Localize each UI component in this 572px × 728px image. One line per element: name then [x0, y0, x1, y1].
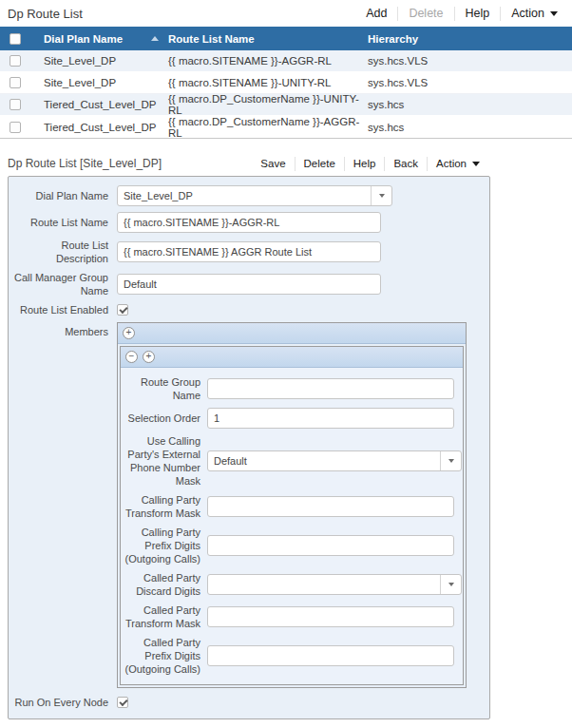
field-label: Route List Enabled	[9, 303, 108, 316]
form-row: Call Manager Group Name	[9, 271, 489, 297]
cell-route-list: {{ macro.SITENAME }}-UNITY-RL	[168, 77, 368, 88]
select-dropdown-button[interactable]	[440, 575, 461, 594]
route-list-enabled-checkbox[interactable]	[117, 304, 128, 316]
field-label: Selection Order	[121, 412, 200, 425]
run-on-every-node-checkbox[interactable]	[117, 697, 128, 708]
form-row: Use Calling Party's External Phone Numbe…	[121, 434, 463, 488]
column-header-route-list-name[interactable]: Route List Name	[168, 33, 368, 45]
detail-toolbar: Dp Route List [Site_Level_DP] Save Delet…	[0, 151, 490, 176]
select-all-checkbox[interactable]	[10, 33, 21, 45]
field-label: Route List Name	[9, 216, 108, 229]
cell-dial-plan: Tiered_Cust_Level_DP	[44, 99, 156, 110]
dial-plan-name-select[interactable]: Site_Level_DP	[117, 185, 392, 206]
select-dropdown-button[interactable]	[371, 186, 391, 205]
action-menu-button[interactable]: Action	[501, 7, 568, 20]
field-label: Use Calling Party's External Phone Numbe…	[121, 434, 200, 488]
caret-down-icon	[448, 583, 454, 586]
select-value	[208, 575, 440, 594]
column-header-hierarchy[interactable]: Hierarchy	[368, 33, 572, 45]
field-label: Members	[9, 325, 108, 338]
route-list-section: Dp Route List Add Delete Help Action Dia…	[0, 0, 572, 139]
form-row-members: Members Route Group Name	[9, 322, 489, 688]
select-value: Default	[208, 451, 440, 470]
field-label: Route Group Name	[121, 375, 200, 402]
cell-dial-plan: Tiered_Cust_Level_DP	[44, 122, 156, 133]
back-button[interactable]: Back	[385, 158, 427, 169]
calling-party-prefix-digits-input[interactable]	[207, 535, 454, 556]
add-button[interactable]: Add	[355, 7, 397, 20]
save-button[interactable]: Save	[252, 158, 294, 169]
delete-button[interactable]: Delete	[296, 158, 344, 169]
form-row: Selection Order	[121, 408, 463, 429]
route-list-name-input[interactable]	[117, 212, 381, 233]
field-label: Calling Party Prefix Digits (Outgoing Ca…	[121, 526, 200, 565]
help-button[interactable]: Help	[345, 158, 385, 169]
table-row[interactable]: Tiered_Cust_Level_DP {{ macro.DP_Custome…	[0, 116, 572, 138]
action-menu-label: Action	[436, 158, 467, 169]
cell-hierarchy: sys.hcs	[368, 122, 572, 133]
action-menu-button[interactable]: Action	[428, 158, 488, 169]
cell-route-list: {{ macro.SITENAME }}-AGGR-RL	[168, 55, 368, 67]
route-group-name-input[interactable]	[207, 378, 454, 399]
cell-dial-plan: Site_Level_DP	[44, 55, 116, 67]
column-header-dial-plan-name[interactable]: Dial Plan Name	[44, 33, 168, 45]
members-panel: Route Group Name Selection Order Use Cal…	[117, 322, 467, 688]
cell-route-list: {{ macro.DP_CustomerName }}-AGGR-RL	[168, 116, 368, 139]
table-row[interactable]: Site_Level_DP {{ macro.SITENAME }}-UNITY…	[0, 72, 572, 94]
row-checkbox[interactable]	[10, 122, 21, 133]
caret-down-icon	[550, 11, 558, 16]
called-party-discard-digits-select[interactable]	[207, 574, 462, 595]
form-row: Run On Every Node	[9, 696, 489, 709]
form-row: Route List Name	[9, 212, 489, 233]
field-label: Called Party Transform Mask	[121, 603, 200, 630]
sort-ascending-icon[interactable]	[151, 36, 159, 41]
add-member-button[interactable]	[143, 351, 155, 363]
calling-party-transform-mask-input[interactable]	[207, 496, 454, 517]
select-dropdown-button[interactable]	[440, 451, 461, 470]
caret-down-icon	[472, 162, 480, 166]
add-member-button[interactable]	[123, 327, 135, 339]
route-list-detail-section: Dp Route List [Site_Level_DP] Save Delet…	[0, 151, 572, 719]
cell-dial-plan: Site_Level_DP	[44, 77, 116, 88]
cell-hierarchy: sys.hcs	[368, 99, 572, 110]
row-checkbox[interactable]	[10, 99, 21, 110]
caret-down-icon	[448, 459, 454, 463]
call-manager-group-name-input[interactable]	[117, 274, 381, 295]
row-checkbox[interactable]	[10, 55, 21, 67]
form-row: Route List Enabled	[9, 303, 489, 316]
table-row[interactable]: Tiered_Cust_Level_DP {{ macro.DP_Custome…	[0, 94, 572, 116]
select-value: Site_Level_DP	[118, 186, 371, 205]
called-party-prefix-digits-input[interactable]	[207, 645, 454, 666]
form-row: Calling Party Transform Mask	[121, 493, 463, 520]
route-list-description-input[interactable]	[117, 241, 381, 262]
field-label: Called Party Prefix Digits (Outgoing Cal…	[121, 636, 200, 676]
member-item-body: Route Group Name Selection Order Use Cal…	[121, 368, 463, 684]
field-label: Called Party Discard Digits	[121, 571, 200, 598]
table-header-row: Dial Plan Name Route List Name Hierarchy	[0, 27, 572, 50]
member-item-panel: Route Group Name Selection Order Use Cal…	[120, 346, 464, 685]
cell-route-list: {{ macro.DP_CustomerName }}-UNITY-RL	[168, 93, 368, 116]
form-row: Called Party Transform Mask	[121, 603, 463, 630]
form-row: Calling Party Prefix Digits (Outgoing Ca…	[121, 526, 463, 565]
form-row: Called Party Discard Digits	[121, 571, 463, 598]
field-label: Route List Description	[9, 239, 108, 265]
selection-order-input[interactable]	[207, 408, 454, 429]
caret-down-icon	[379, 194, 385, 198]
help-button[interactable]: Help	[455, 7, 501, 20]
field-label: Run On Every Node	[9, 696, 108, 709]
row-checkbox[interactable]	[10, 77, 21, 88]
use-calling-party-mask-select[interactable]: Default	[207, 450, 462, 471]
table-row[interactable]: Site_Level_DP {{ macro.SITENAME }}-AGGR-…	[0, 50, 572, 72]
column-header-label: Dial Plan Name	[44, 33, 123, 45]
called-party-transform-mask-input[interactable]	[207, 606, 454, 627]
detail-title: Dp Route List [Site_Level_DP]	[8, 157, 162, 170]
form-row: Dial Plan Name Site_Level_DP	[9, 185, 489, 206]
form-row: Route Group Name	[121, 375, 463, 402]
members-panel-header	[118, 323, 466, 344]
delete-button[interactable]: Delete	[398, 7, 453, 20]
field-label: Calling Party Transform Mask	[121, 493, 200, 520]
detail-form-panel: Dial Plan Name Site_Level_DP Route List …	[8, 176, 490, 719]
field-label: Dial Plan Name	[9, 189, 108, 202]
remove-member-button[interactable]	[125, 351, 138, 363]
list-toolbar: Dp Route List Add Delete Help Action	[0, 0, 572, 27]
